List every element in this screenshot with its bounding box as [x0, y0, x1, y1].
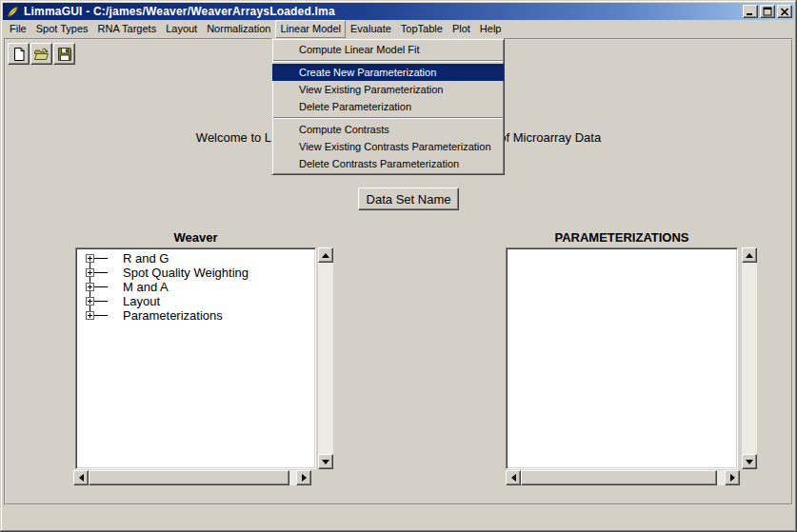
menubar-item-spot-types[interactable]: Spot Types — [31, 20, 93, 38]
left-panel-title: Weaver — [75, 230, 316, 245]
menu-item-create-new-parameterization[interactable]: Create New Parameterization — [272, 64, 504, 81]
menubar-item-layout[interactable]: Layout — [161, 20, 202, 38]
tree-item-label: Parameterizations — [123, 308, 223, 323]
tree-branch-line — [94, 258, 108, 259]
scroll-right-button[interactable] — [725, 470, 740, 485]
scroll-up-button[interactable] — [742, 247, 757, 263]
arrow-down-icon — [322, 460, 329, 464]
maximize-button[interactable] — [760, 5, 775, 18]
weaver-tree: R and G Spot Quality Weighting M and A L… — [76, 248, 315, 323]
menubar-item-toptable[interactable]: TopTable — [396, 20, 448, 38]
scroll-left-button[interactable] — [506, 470, 521, 485]
expand-plus-icon[interactable] — [86, 311, 94, 320]
menu-item-delete-contrasts-parameterization[interactable]: Delete Contrasts Parameterization — [272, 155, 504, 172]
arrow-right-icon — [730, 474, 735, 482]
minimize-button[interactable] — [743, 5, 758, 18]
menubar-item-linear-model[interactable]: Linear Model — [275, 20, 346, 38]
weaver-vertical-scrollbar[interactable] — [318, 247, 333, 469]
scroll-up-button[interactable] — [318, 247, 333, 263]
right-panel-title: PARAMETERIZATIONS — [506, 230, 738, 245]
menubar-item-normalization[interactable]: Normalization — [202, 20, 275, 38]
tree-item-parameterizations[interactable]: Parameterizations — [76, 308, 315, 323]
tree-item-layout[interactable]: Layout — [76, 294, 315, 308]
menu-item-view-existing-parameterization[interactable]: View Existing Parameterization — [272, 81, 504, 98]
weaver-horizontal-scrollbar[interactable] — [73, 470, 311, 485]
weaver-tree-listbox[interactable]: R and G Spot Quality Weighting M and A L… — [75, 247, 316, 469]
parameterizations-vertical-scrollbar[interactable] — [742, 247, 757, 469]
close-button[interactable] — [777, 5, 792, 18]
new-document-icon — [11, 47, 27, 62]
tree-branch-line — [94, 315, 108, 316]
tree-branch-line — [94, 272, 108, 273]
expand-plus-icon[interactable] — [86, 283, 94, 291]
arrow-right-icon — [302, 474, 307, 482]
tree-item-r-and-g[interactable]: R and G — [76, 251, 315, 266]
scroll-down-button[interactable] — [742, 454, 757, 469]
arrow-up-icon — [322, 253, 329, 258]
menubar-item-rna-targets[interactable]: RNA Targets — [93, 20, 162, 38]
tree-branch-line — [94, 301, 108, 302]
data-set-name-button[interactable]: Data Set Name — [358, 187, 459, 210]
scroll-left-button[interactable] — [73, 470, 89, 485]
tree-item-label: Spot Quality Weighting — [123, 266, 249, 280]
menu-item-view-existing-contrasts-parameterization[interactable]: View Existing Contrasts Parameterization — [272, 138, 504, 155]
expand-plus-icon[interactable] — [86, 297, 94, 305]
menubar-item-file[interactable]: File — [5, 20, 31, 38]
menu-separator — [273, 60, 503, 62]
open-folder-icon — [33, 47, 50, 62]
menu-separator — [273, 117, 503, 119]
limmagui-window: LimmaGUI - C:/james/Weaver/WeaverArraysL… — [0, 0, 797, 532]
maximize-icon — [763, 7, 772, 16]
menubar-item-evaluate[interactable]: Evaluate — [346, 20, 396, 38]
tree-item-label: R and G — [123, 251, 169, 266]
save-floppy-icon — [57, 47, 72, 62]
tree-item-spot-quality-weighting[interactable]: Spot Quality Weighting — [76, 266, 315, 280]
tree-branch-line — [94, 286, 108, 287]
menu-item-delete-parameterization[interactable]: Delete Parameterization — [272, 98, 504, 115]
tree-item-label: Layout — [123, 294, 160, 308]
scroll-down-button[interactable] — [318, 454, 333, 469]
arrow-left-icon — [79, 474, 84, 482]
menubar-item-plot[interactable]: Plot — [448, 20, 475, 38]
tk-feather-icon — [6, 5, 20, 19]
save-file-button[interactable] — [53, 43, 75, 65]
menubar-item-help[interactable]: Help — [475, 20, 507, 38]
tree-item-m-and-a[interactable]: M and A — [76, 280, 315, 294]
arrow-left-icon — [511, 474, 516, 482]
expand-plus-icon[interactable] — [86, 268, 94, 277]
tree-item-label: M and A — [123, 280, 169, 294]
arrow-up-icon — [746, 253, 753, 258]
window-title: LimmaGUI - C:/james/Weaver/WeaverArraysL… — [24, 5, 335, 18]
parameterizations-listbox[interactable] — [506, 247, 738, 469]
close-icon — [780, 8, 789, 16]
scroll-right-button[interactable] — [296, 470, 311, 485]
menu-bar: File Spot Types RNA Targets Layout Norma… — [3, 20, 794, 38]
linear-model-dropdown-menu: Compute Linear Model Fit Create New Para… — [271, 38, 505, 175]
title-bar[interactable]: LimmaGUI - C:/james/Weaver/WeaverArraysL… — [3, 3, 794, 20]
arrow-down-icon — [746, 460, 753, 464]
open-file-button[interactable] — [30, 43, 52, 65]
new-file-button[interactable] — [8, 43, 30, 65]
horizontal-scroll-thumb[interactable] — [521, 470, 717, 485]
minimize-icon — [746, 7, 755, 16]
toolbar — [8, 43, 75, 65]
window-controls — [743, 5, 792, 18]
parameterizations-horizontal-scrollbar[interactable] — [506, 470, 740, 485]
horizontal-scroll-thumb[interactable] — [89, 470, 289, 485]
menu-item-compute-contrasts[interactable]: Compute Contrasts — [272, 121, 504, 138]
menu-item-compute-linear-model-fit[interactable]: Compute Linear Model Fit — [272, 41, 504, 58]
expand-plus-icon[interactable] — [86, 254, 94, 263]
